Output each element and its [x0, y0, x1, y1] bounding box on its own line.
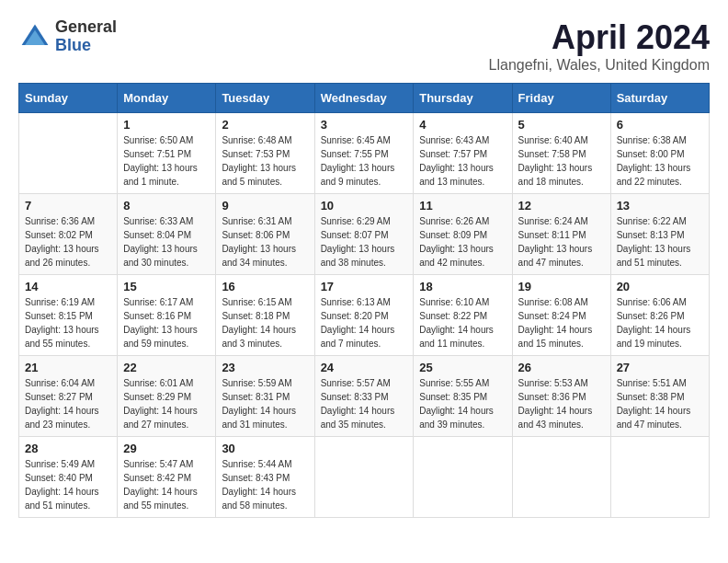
column-header-saturday: Saturday — [610, 84, 709, 113]
day-number: 23 — [222, 361, 308, 374]
day-info: Sunrise: 6:01 AMSunset: 8:29 PMDaylight:… — [123, 376, 210, 431]
day-info: Sunrise: 6:31 AMSunset: 8:06 PMDaylight:… — [222, 214, 308, 270]
day-info: Sunrise: 6:50 AMSunset: 7:51 PMDaylight:… — [123, 133, 210, 189]
calendar-cell: 1Sunrise: 6:50 AMSunset: 7:51 PMDaylight… — [118, 113, 216, 194]
calendar-cell: 17Sunrise: 6:13 AMSunset: 8:20 PMDayligh… — [314, 275, 414, 356]
day-info: Sunrise: 5:44 AMSunset: 8:43 PMDaylight:… — [222, 457, 308, 512]
calendar-cell: 24Sunrise: 5:57 AMSunset: 8:33 PMDayligh… — [314, 356, 414, 437]
calendar-cell: 28Sunrise: 5:49 AMSunset: 8:40 PMDayligh… — [19, 437, 118, 518]
day-info: Sunrise: 6:17 AMSunset: 8:16 PMDaylight:… — [123, 295, 210, 350]
day-number: 22 — [123, 361, 210, 374]
day-number: 13 — [617, 199, 703, 213]
day-number: 29 — [123, 442, 210, 455]
calendar-cell: 6Sunrise: 6:38 AMSunset: 8:00 PMDaylight… — [610, 113, 709, 194]
calendar-cell: 19Sunrise: 6:08 AMSunset: 8:24 PMDayligh… — [512, 275, 610, 356]
day-number: 26 — [518, 361, 605, 374]
day-number: 4 — [419, 118, 506, 132]
calendar-cell: 23Sunrise: 5:59 AMSunset: 8:31 PMDayligh… — [216, 356, 314, 437]
calendar-cell: 21Sunrise: 6:04 AMSunset: 8:27 PMDayligh… — [19, 356, 118, 437]
calendar-cell: 4Sunrise: 6:43 AMSunset: 7:57 PMDaylight… — [414, 113, 512, 194]
day-number: 10 — [321, 199, 408, 213]
day-number: 7 — [25, 199, 111, 213]
day-info: Sunrise: 5:55 AMSunset: 8:35 PMDaylight:… — [419, 376, 506, 431]
month-title: April 2024 — [489, 18, 710, 57]
column-header-friday: Friday — [512, 84, 610, 113]
calendar-cell: 11Sunrise: 6:26 AMSunset: 8:09 PMDayligh… — [414, 194, 512, 275]
column-header-monday: Monday — [118, 84, 216, 113]
week-row-2: 7Sunrise: 6:36 AMSunset: 8:02 PMDaylight… — [19, 194, 710, 275]
day-info: Sunrise: 6:13 AMSunset: 8:20 PMDaylight:… — [321, 295, 408, 350]
day-number: 12 — [518, 199, 605, 213]
day-info: Sunrise: 5:53 AMSunset: 8:36 PMDaylight:… — [518, 376, 605, 431]
day-number: 16 — [222, 280, 308, 293]
day-info: Sunrise: 6:36 AMSunset: 8:02 PMDaylight:… — [25, 214, 111, 270]
week-row-4: 21Sunrise: 6:04 AMSunset: 8:27 PMDayligh… — [19, 356, 710, 437]
calendar-cell: 22Sunrise: 6:01 AMSunset: 8:29 PMDayligh… — [118, 356, 216, 437]
day-number: 1 — [123, 118, 210, 132]
day-info: Sunrise: 6:40 AMSunset: 7:58 PMDaylight:… — [518, 133, 605, 189]
day-number: 28 — [25, 442, 111, 455]
day-info: Sunrise: 6:08 AMSunset: 8:24 PMDaylight:… — [518, 295, 605, 350]
calendar-cell — [414, 437, 512, 518]
day-number: 11 — [419, 199, 506, 213]
day-info: Sunrise: 6:04 AMSunset: 8:27 PMDaylight:… — [25, 376, 111, 431]
logo-general: General — [55, 18, 117, 37]
calendar-table: SundayMondayTuesdayWednesdayThursdayFrid… — [18, 83, 710, 518]
calendar-cell: 3Sunrise: 6:45 AMSunset: 7:55 PMDaylight… — [314, 113, 414, 194]
calendar-cell: 29Sunrise: 5:47 AMSunset: 8:42 PMDayligh… — [118, 437, 216, 518]
day-number: 30 — [222, 442, 308, 455]
day-number: 5 — [518, 118, 605, 132]
day-number: 14 — [25, 280, 111, 293]
calendar-cell: 7Sunrise: 6:36 AMSunset: 8:02 PMDaylight… — [19, 194, 118, 275]
day-info: Sunrise: 6:15 AMSunset: 8:18 PMDaylight:… — [222, 295, 308, 350]
day-number: 17 — [321, 280, 408, 293]
calendar-cell: 10Sunrise: 6:29 AMSunset: 8:07 PMDayligh… — [314, 194, 414, 275]
calendar-cell: 12Sunrise: 6:24 AMSunset: 8:11 PMDayligh… — [512, 194, 610, 275]
calendar-cell — [512, 437, 610, 518]
calendar-cell: 14Sunrise: 6:19 AMSunset: 8:15 PMDayligh… — [19, 275, 118, 356]
day-info: Sunrise: 6:22 AMSunset: 8:13 PMDaylight:… — [617, 214, 703, 270]
day-info: Sunrise: 6:33 AMSunset: 8:04 PMDaylight:… — [123, 214, 210, 270]
column-header-tuesday: Tuesday — [216, 84, 314, 113]
page-header: General Blue April 2024 Llangefni, Wales… — [18, 18, 710, 74]
header-row: SundayMondayTuesdayWednesdayThursdayFrid… — [19, 84, 710, 113]
calendar-cell — [610, 437, 709, 518]
column-header-sunday: Sunday — [19, 84, 118, 113]
day-info: Sunrise: 5:57 AMSunset: 8:33 PMDaylight:… — [321, 376, 408, 431]
week-row-5: 28Sunrise: 5:49 AMSunset: 8:40 PMDayligh… — [19, 437, 710, 518]
calendar-cell: 5Sunrise: 6:40 AMSunset: 7:58 PMDaylight… — [512, 113, 610, 194]
day-info: Sunrise: 6:24 AMSunset: 8:11 PMDaylight:… — [518, 214, 605, 270]
day-info: Sunrise: 6:26 AMSunset: 8:09 PMDaylight:… — [419, 214, 506, 270]
day-number: 21 — [25, 361, 111, 374]
day-number: 24 — [321, 361, 408, 374]
calendar-cell: 8Sunrise: 6:33 AMSunset: 8:04 PMDaylight… — [118, 194, 216, 275]
calendar-cell: 9Sunrise: 6:31 AMSunset: 8:06 PMDaylight… — [216, 194, 314, 275]
day-info: Sunrise: 6:45 AMSunset: 7:55 PMDaylight:… — [321, 133, 408, 189]
week-row-3: 14Sunrise: 6:19 AMSunset: 8:15 PMDayligh… — [19, 275, 710, 356]
logo-icon — [18, 20, 51, 53]
day-info: Sunrise: 6:19 AMSunset: 8:15 PMDaylight:… — [25, 295, 111, 350]
day-info: Sunrise: 6:38 AMSunset: 8:00 PMDaylight:… — [617, 133, 703, 189]
day-number: 27 — [617, 361, 703, 374]
title-block: April 2024 Llangefni, Wales, United King… — [489, 18, 710, 74]
day-number: 18 — [419, 280, 506, 293]
day-info: Sunrise: 6:48 AMSunset: 7:53 PMDaylight:… — [222, 133, 308, 189]
day-number: 19 — [518, 280, 605, 293]
day-number: 15 — [123, 280, 210, 293]
day-number: 3 — [321, 118, 408, 132]
day-info: Sunrise: 5:59 AMSunset: 8:31 PMDaylight:… — [222, 376, 308, 431]
calendar-cell: 16Sunrise: 6:15 AMSunset: 8:18 PMDayligh… — [216, 275, 314, 356]
calendar-cell: 15Sunrise: 6:17 AMSunset: 8:16 PMDayligh… — [118, 275, 216, 356]
logo-text: General Blue — [55, 18, 117, 55]
day-info: Sunrise: 6:06 AMSunset: 8:26 PMDaylight:… — [617, 295, 703, 350]
logo: General Blue — [18, 18, 117, 55]
day-number: 20 — [617, 280, 703, 293]
calendar-header: SundayMondayTuesdayWednesdayThursdayFrid… — [19, 84, 710, 113]
day-info: Sunrise: 6:43 AMSunset: 7:57 PMDaylight:… — [419, 133, 506, 189]
location: Llangefni, Wales, United Kingdom — [489, 57, 710, 74]
calendar-body: 1Sunrise: 6:50 AMSunset: 7:51 PMDaylight… — [19, 113, 710, 518]
calendar-cell: 18Sunrise: 6:10 AMSunset: 8:22 PMDayligh… — [414, 275, 512, 356]
calendar-cell — [314, 437, 414, 518]
day-info: Sunrise: 5:49 AMSunset: 8:40 PMDaylight:… — [25, 457, 111, 512]
calendar-cell: 25Sunrise: 5:55 AMSunset: 8:35 PMDayligh… — [414, 356, 512, 437]
